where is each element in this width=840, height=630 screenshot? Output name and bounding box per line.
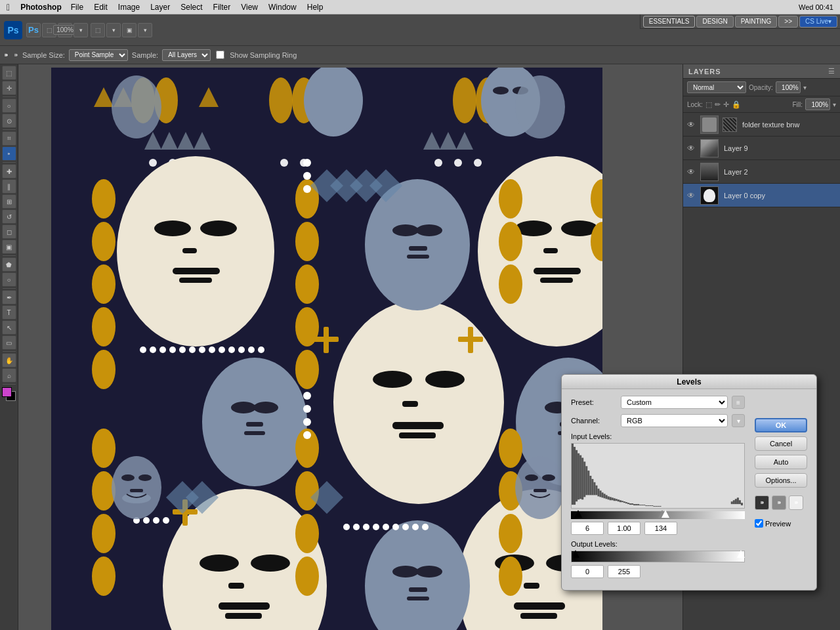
black-eyedropper-btn[interactable]: ⁍ xyxy=(755,495,769,510)
input-slider-track[interactable] xyxy=(571,511,745,519)
opacity-label: Opacity: xyxy=(749,84,773,91)
svg-rect-76 xyxy=(409,587,427,592)
input-max-field[interactable]: 134 xyxy=(644,522,677,535)
sample-select[interactable]: All Layers xyxy=(162,49,211,61)
menu-select[interactable]: Select xyxy=(175,3,207,12)
sample-size-select[interactable]: Point Sample xyxy=(69,49,128,61)
svg-rect-209 xyxy=(653,506,655,507)
marquee-tool-btn[interactable]: ⬚ xyxy=(2,66,16,80)
new-doc-btn[interactable]: Ps xyxy=(26,23,41,37)
layer-visibility-2[interactable]: 👁 xyxy=(687,167,698,177)
svg-point-90 xyxy=(499,264,522,304)
gray-eyedropper-btn[interactable]: ⁍ xyxy=(772,495,786,510)
menu-view[interactable]: View xyxy=(236,3,263,12)
fill-input[interactable] xyxy=(805,98,830,110)
levels-cancel-btn[interactable]: Cancel xyxy=(755,436,807,451)
menu-window[interactable]: Window xyxy=(263,3,302,12)
brush-tool-btn[interactable]: ∥ xyxy=(2,179,16,194)
move-tool-btn[interactable]: ✛ xyxy=(2,81,16,95)
svg-rect-194 xyxy=(623,501,625,503)
healing-brush-btn[interactable]: ✚ xyxy=(2,164,16,178)
preset-options-btn[interactable]: ≡ xyxy=(732,396,745,409)
preview-checkbox[interactable] xyxy=(755,519,763,528)
input-black-handle[interactable] xyxy=(574,510,582,518)
arrange-btn[interactable]: ⬚ xyxy=(91,23,105,37)
painting-tab[interactable]: PAINTING xyxy=(735,16,777,28)
menu-help[interactable]: Help xyxy=(302,3,329,12)
history-brush-btn[interactable]: ↺ xyxy=(2,209,16,224)
output-min-field[interactable]: 0 xyxy=(571,565,604,578)
tool-separator-1 xyxy=(3,96,16,97)
zoom-tool-btn[interactable]: ⌕ xyxy=(2,368,16,383)
svg-rect-197 xyxy=(629,503,631,505)
levels-options-btn[interactable]: Options... xyxy=(755,473,807,488)
lasso-tool-btn[interactable]: ○ xyxy=(2,98,16,113)
preview-row: Preview xyxy=(755,519,807,528)
design-tab[interactable]: DESIGN xyxy=(696,16,733,28)
eraser-tool-btn[interactable]: ◻ xyxy=(2,224,16,239)
blur-tool-btn[interactable]: ⬟ xyxy=(2,257,16,272)
menu-file[interactable]: File xyxy=(66,3,89,12)
arrange-drop-btn[interactable]: ▾ xyxy=(106,23,121,37)
opacity-arrow[interactable]: ▾ xyxy=(803,84,807,91)
more-workspaces-btn[interactable]: >> xyxy=(778,16,798,28)
eyedropper-tool-btn[interactable]: ⁍ xyxy=(2,146,16,161)
preset-select[interactable]: Custom xyxy=(621,396,728,409)
screen-btn[interactable]: ▣ xyxy=(122,23,136,37)
output-white-handle[interactable] xyxy=(737,550,745,558)
layer-row-9[interactable]: 👁 Layer 9 xyxy=(683,136,840,160)
layers-panel-menu-btn[interactable]: ☰ xyxy=(828,67,835,75)
layer-row-0copy[interactable]: 👁 Layer 0 copy xyxy=(683,184,840,207)
layer-visibility-folder[interactable]: 👁 xyxy=(687,120,698,129)
layer-row-folder[interactable]: 👁 folder texture bnw xyxy=(683,113,840,136)
menu-image[interactable]: Image xyxy=(113,3,145,12)
gradient-tool-btn[interactable]: ▣ xyxy=(2,240,16,254)
lock-position-btn[interactable]: ✛ xyxy=(723,100,729,109)
show-sampling-ring-checkbox[interactable] xyxy=(216,51,224,59)
apple-menu[interactable]:  xyxy=(0,2,16,12)
essentials-tab[interactable]: ESSENTIALS xyxy=(643,16,696,28)
levels-auto-btn[interactable]: Auto xyxy=(755,455,807,469)
cs-live-btn[interactable]: CS Live▾ xyxy=(799,16,837,28)
input-min-field[interactable]: 6 xyxy=(571,522,604,535)
channel-select[interactable]: RGB xyxy=(621,414,728,427)
input-white-handle[interactable] xyxy=(662,510,669,518)
svg-rect-175 xyxy=(585,466,587,495)
svg-rect-39 xyxy=(228,583,244,589)
menu-layer[interactable]: Layer xyxy=(145,3,175,12)
layer-visibility-0copy[interactable]: 👁 xyxy=(687,191,698,200)
text-tool-btn[interactable]: T xyxy=(2,305,16,320)
output-slider-track[interactable] xyxy=(571,551,745,562)
lock-pixels-btn[interactable]: ✏ xyxy=(715,100,721,109)
foreground-color-swatch[interactable] xyxy=(2,387,12,397)
output-black-handle[interactable] xyxy=(572,550,579,558)
layer-row-2[interactable]: 👁 Layer 2 xyxy=(683,160,840,184)
shape-tool-btn[interactable]: ▭ xyxy=(2,335,16,350)
menu-edit[interactable]: Edit xyxy=(89,3,113,12)
lock-all-btn[interactable]: 🔒 xyxy=(732,100,741,109)
levels-ok-btn[interactable]: OK xyxy=(755,418,807,432)
svg-point-147 xyxy=(499,556,522,596)
dodge-tool-btn[interactable]: ○ xyxy=(2,272,16,287)
svg-rect-171 xyxy=(578,453,579,500)
lock-transparency-btn[interactable]: ⬚ xyxy=(705,100,712,109)
clone-stamp-btn[interactable]: ⊞ xyxy=(2,194,16,209)
svg-point-104 xyxy=(248,346,255,353)
input-mid-field[interactable]: 1.00 xyxy=(608,522,640,535)
menu-filter[interactable]: Filter xyxy=(208,3,236,12)
white-eyedropper-btn[interactable]: ⁍ xyxy=(789,495,803,510)
hand-tool-btn[interactable]: ✋ xyxy=(2,353,16,368)
layer-visibility-9[interactable]: 👁 xyxy=(687,144,698,153)
screen-drop-btn[interactable]: ▾ xyxy=(138,23,152,37)
path-select-btn[interactable]: ↖ xyxy=(2,320,16,335)
pen-tool-btn[interactable]: ✒ xyxy=(2,290,16,304)
fill-arrow[interactable]: ▾ xyxy=(833,101,836,108)
crop-tool-btn[interactable]: ⌗ xyxy=(2,131,16,146)
output-max-field[interactable]: 255 xyxy=(608,565,640,578)
channel-options-btn[interactable]: ▾ xyxy=(732,414,745,427)
opacity-input[interactable] xyxy=(776,81,801,93)
blend-mode-select[interactable]: Normal xyxy=(687,81,746,93)
quick-select-btn[interactable]: ⊙ xyxy=(2,114,16,128)
zoom-drop-btn[interactable]: ▾ xyxy=(74,23,88,37)
toolbar-group-arrange: ⬚ ▾ ▣ ▾ xyxy=(91,23,152,37)
